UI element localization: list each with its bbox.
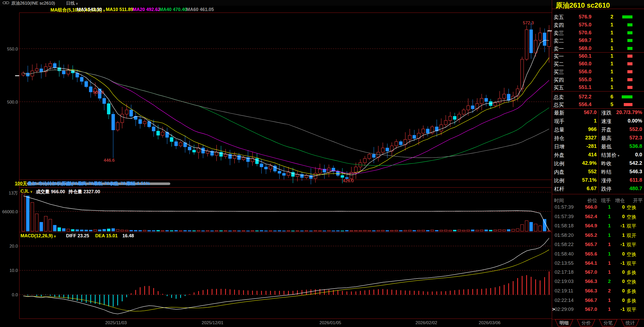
quote-value: 567.0 bbox=[571, 109, 597, 115]
tick-time: 01:58:40 bbox=[555, 251, 574, 257]
quote-value: 611.8 bbox=[614, 177, 642, 183]
quote-value: 480.7 bbox=[614, 186, 642, 191]
ask-row-label: 卖五 bbox=[554, 14, 564, 21]
ma20-label: MA20 492.62 bbox=[133, 7, 160, 12]
quote-label: 日增 bbox=[554, 143, 564, 150]
tick-openclose: 空换 bbox=[627, 251, 636, 258]
total-row-price: 572.2 bbox=[566, 94, 592, 100]
bid-row-bar bbox=[627, 86, 632, 89]
total-row-qty: 5 bbox=[597, 101, 613, 107]
ask-row-bar bbox=[622, 15, 632, 18]
total-row-qty: 6 bbox=[597, 94, 613, 100]
total-quote-separator bbox=[552, 108, 644, 109]
tick-header: 价位 bbox=[579, 197, 597, 204]
svg-text:统计: 统计 bbox=[626, 320, 635, 325]
tick-time: 01:58:20 bbox=[555, 232, 574, 238]
tick-qty: 2 bbox=[597, 288, 611, 294]
volume-chart[interactable] bbox=[19, 188, 552, 232]
tick-openclose: 双平 bbox=[627, 242, 636, 248]
tick-time: 01:58:18 bbox=[555, 223, 574, 229]
date-tick: 2026/02/02 bbox=[415, 320, 437, 325]
bid-row-price: 555.0 bbox=[566, 77, 592, 83]
link-icon[interactable] bbox=[3, 1, 9, 5]
tick-time: 02:17:18 bbox=[555, 269, 574, 275]
ask-row-label: 卖四 bbox=[554, 22, 564, 29]
bid-row-label: 买三 bbox=[554, 69, 564, 76]
ask-row-qty: 1 bbox=[597, 45, 613, 51]
tick-openclose: 空换 bbox=[627, 279, 636, 285]
quote-value: 20.7/3.79% bbox=[614, 109, 642, 115]
ask-row-label: 卖二 bbox=[554, 37, 564, 44]
ask-row-bar bbox=[627, 31, 632, 34]
tick-qty: 1 bbox=[597, 306, 611, 312]
tick-qty: 1 bbox=[597, 223, 611, 229]
tab-分笔[interactable]: 分笔 bbox=[599, 319, 617, 326]
quote-label: 涨停 bbox=[601, 177, 611, 184]
tick-time: 02:13:55 bbox=[555, 260, 574, 266]
tab-统计[interactable]: 统计 bbox=[621, 319, 639, 326]
bid-row-qty: 1 bbox=[597, 69, 613, 75]
quote-column-divider bbox=[598, 110, 599, 193]
bid-total-separator bbox=[552, 91, 644, 91]
ask-row-qty: 1 bbox=[597, 22, 613, 28]
bid-row-price: 560.0 bbox=[566, 61, 592, 67]
tick-time: 02:19:11 bbox=[555, 288, 573, 294]
panel-contract-title: 原油2610 sc2610 bbox=[556, 1, 610, 10]
svg-text:分价: 分价 bbox=[582, 320, 591, 325]
ask-row-label: 卖一 bbox=[554, 45, 564, 52]
candlestick-chart[interactable] bbox=[19, 13, 552, 179]
ask-row-price: 575.0 bbox=[566, 22, 592, 28]
tick-price: 565.2 bbox=[579, 232, 597, 238]
tick-qty: 1 bbox=[597, 298, 611, 303]
tab-明细[interactable]: 明细 bbox=[555, 319, 573, 326]
price-tick-550: 550.0 bbox=[1, 47, 18, 52]
quote-label: 现手 bbox=[554, 118, 564, 125]
bid-row-label: 买五 bbox=[554, 84, 564, 91]
period-selector[interactable]: 日线∨ bbox=[66, 0, 78, 6]
ask-row-qty: 1 bbox=[597, 37, 613, 43]
tab-分价[interactable]: 分价 bbox=[577, 319, 595, 326]
x-axis-border bbox=[19, 319, 552, 319]
tick-qty: 1 bbox=[597, 242, 611, 247]
bid-row-qty: 1 bbox=[597, 61, 613, 67]
ma5-label: MA5 543.50 bbox=[77, 7, 102, 12]
quote-label: 最新 bbox=[554, 109, 564, 116]
quote-label: 最高 bbox=[601, 135, 611, 142]
tick-increase: 0 bbox=[611, 279, 625, 284]
quote-value: 966 bbox=[571, 126, 597, 132]
bid-row-price: 560.1 bbox=[566, 53, 592, 59]
macd-axis-0: 0.0 bbox=[6, 292, 18, 298]
bid-row-price: 551.1 bbox=[566, 84, 592, 90]
bid-row-bar bbox=[627, 70, 632, 73]
quote-value: 0.00% bbox=[614, 118, 642, 124]
macd-chart[interactable] bbox=[19, 232, 552, 318]
tick-price: 565.6 bbox=[579, 251, 597, 257]
tick-openclose: 双平 bbox=[627, 260, 636, 267]
quote-label: 昨结 bbox=[601, 169, 611, 176]
quote-value: 57.1% bbox=[571, 177, 597, 183]
tick-time: 02:19:03 bbox=[555, 279, 574, 284]
date-tick: 2026/03/06 bbox=[479, 320, 500, 325]
tick-header: 开平 bbox=[626, 197, 643, 204]
window-header: 原油2610(INE sc2610) 日线∨ bbox=[0, 0, 644, 6]
visible-range-label[interactable]: 100天 bbox=[15, 180, 27, 187]
tick-time: 02:29:09 bbox=[555, 306, 574, 312]
tick-price: 564.9 bbox=[579, 223, 597, 229]
tick-increase: 0 bbox=[611, 214, 625, 219]
quote-value: 546.3 bbox=[614, 169, 642, 175]
ask-row-qty: 2 bbox=[597, 14, 613, 20]
ma10-label: MA10 511.89 bbox=[106, 7, 133, 12]
tick-openclose: 多换 bbox=[627, 288, 636, 295]
contract-title: 原油2610(INE sc2610) bbox=[11, 0, 55, 6]
tick-openclose: 空换 bbox=[627, 204, 636, 211]
bid-row-price: 556.0 bbox=[566, 69, 592, 75]
tick-price: 566.0 bbox=[579, 204, 597, 210]
quote-label: 最低 bbox=[601, 143, 611, 150]
tick-qty: 1 bbox=[597, 260, 611, 266]
ask-bid-separator bbox=[552, 52, 644, 53]
tick-price: 567.0 bbox=[579, 269, 597, 275]
ask-row-price: 569.0 bbox=[566, 45, 592, 51]
tick-price: 567.0 bbox=[579, 306, 597, 312]
ask-row-qty: 1 bbox=[597, 30, 613, 36]
bid-row-qty: 1 bbox=[597, 53, 613, 59]
